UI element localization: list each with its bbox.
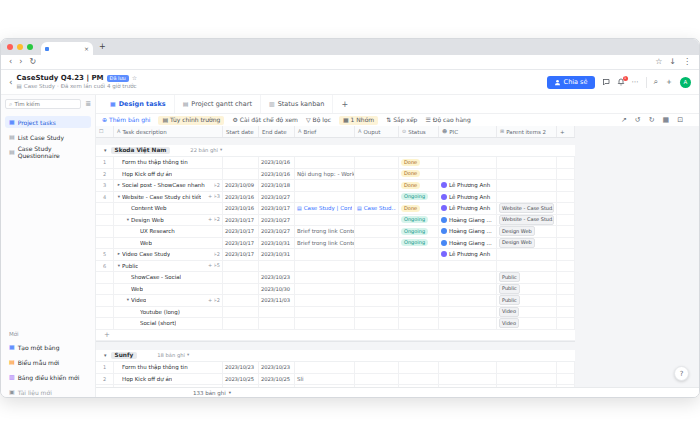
subitem-count[interactable]: ⊦2 bbox=[214, 183, 220, 188]
cell-end-date[interactable]: 2023/10/25 bbox=[259, 374, 295, 385]
cell-brief[interactable] bbox=[295, 295, 355, 306]
doc-link[interactable]: ▤Case Study | Conten... bbox=[297, 205, 352, 211]
cell-end-date[interactable]: 2023/10/16 bbox=[259, 169, 295, 180]
cell-start-date[interactable]: 2023/10/17 bbox=[223, 238, 259, 249]
cell-rownum[interactable] bbox=[96, 215, 114, 226]
cell-rownum[interactable] bbox=[96, 272, 114, 283]
cell-brief[interactable] bbox=[295, 284, 355, 295]
cell-rownum[interactable]: 5 bbox=[96, 249, 114, 260]
add-subitem-icon[interactable]: + bbox=[208, 194, 212, 199]
grid-icon[interactable]: ▦ bbox=[663, 117, 670, 124]
cell-add-column[interactable] bbox=[557, 318, 575, 329]
cell-pic[interactable] bbox=[439, 362, 497, 373]
cell-ouput[interactable] bbox=[355, 169, 399, 180]
cell-parent-item[interactable] bbox=[497, 374, 557, 385]
back-icon[interactable]: ‹ bbox=[9, 58, 12, 66]
column-header-select[interactable]: ☐ bbox=[96, 126, 114, 137]
cell-pic[interactable] bbox=[439, 284, 497, 295]
cell-brief[interactable]: Brief trong link Content... bbox=[295, 238, 355, 249]
cell-parent-item[interactable]: Video bbox=[497, 307, 557, 318]
notifications-bell-icon[interactable]: 1 bbox=[617, 78, 625, 86]
cell-task[interactable]: Họp Kick off dự án bbox=[114, 374, 223, 385]
cell-rownum[interactable] bbox=[96, 238, 114, 249]
cell-rownum[interactable] bbox=[96, 295, 114, 306]
group-header[interactable]: ▾Skoda Việt Nam22 bản ghi ▾ bbox=[96, 145, 575, 157]
cell-ouput[interactable] bbox=[355, 318, 399, 329]
cell-start-date[interactable]: 2023/10/09 bbox=[223, 180, 259, 191]
cell-ouput[interactable] bbox=[355, 307, 399, 318]
cell-status[interactable]: Done bbox=[399, 157, 439, 168]
cell-end-date[interactable]: 2023/10/30 bbox=[259, 284, 295, 295]
cell-pic[interactable]: Hoàng Giang ... bbox=[439, 226, 497, 237]
cell-brief[interactable] bbox=[295, 261, 355, 272]
cell-status[interactable]: Done bbox=[399, 169, 439, 180]
cell-status[interactable] bbox=[399, 295, 439, 306]
cell-add-column[interactable] bbox=[557, 362, 575, 373]
reload-icon[interactable]: ↻ bbox=[29, 58, 36, 66]
cell-status[interactable]: Ongoing bbox=[399, 215, 439, 226]
cell-pic[interactable]: Lê Phương Anh bbox=[439, 249, 497, 260]
cell-status[interactable]: Done bbox=[399, 180, 439, 191]
cell-add-column[interactable] bbox=[557, 169, 575, 180]
cell-end-date[interactable]: 2023/10/17 bbox=[259, 203, 295, 214]
cell-end-date[interactable]: 2023/10/27 bbox=[259, 192, 295, 203]
cell-start-date[interactable]: 2023/10/17 bbox=[223, 249, 259, 260]
maximize-window-button[interactable] bbox=[27, 44, 33, 50]
cell-rownum[interactable] bbox=[96, 203, 114, 214]
cell-task[interactable]: ▾Public+⊦5 bbox=[114, 261, 223, 272]
cell-parent-item[interactable]: Website - Case Stud... bbox=[497, 215, 557, 226]
cell-pic[interactable]: Lê Phương Anh bbox=[439, 180, 497, 191]
new-dashboard-button[interactable]: ▥ Bảng điều khiển mới bbox=[5, 371, 91, 383]
cell-ouput[interactable]: ▤Case Stud... bbox=[355, 203, 399, 214]
subitem-count[interactable]: ⊦2 bbox=[214, 217, 220, 222]
sidebar-item-case-study-questionnaire[interactable]: ▤ Case Study Questionnaire bbox=[5, 146, 91, 158]
cell-end-date[interactable]: 2023/10/23 bbox=[259, 362, 295, 373]
cell-status[interactable]: Done bbox=[399, 203, 439, 214]
cell-pic[interactable]: Hoàng Giang ... bbox=[439, 215, 497, 226]
record-count[interactable]: 133 bản ghi bbox=[193, 390, 226, 396]
cell-ouput[interactable] bbox=[355, 249, 399, 260]
group-button[interactable]: ▦ 1 Nhóm bbox=[339, 116, 378, 125]
cell-status[interactable] bbox=[399, 249, 439, 260]
cell-pic[interactable] bbox=[439, 169, 497, 180]
cell-brief[interactable] bbox=[295, 318, 355, 329]
cell-rownum[interactable] bbox=[96, 307, 114, 318]
cell-start-date[interactable] bbox=[223, 157, 259, 168]
cell-parent-item[interactable] bbox=[497, 192, 557, 203]
cell-ouput[interactable] bbox=[355, 362, 399, 373]
cell-pic[interactable]: Lê Phương Anh bbox=[439, 192, 497, 203]
cell-pic[interactable] bbox=[439, 374, 497, 385]
cell-parent-item[interactable] bbox=[497, 249, 557, 260]
cell-end-date[interactable]: 2023/10/23 bbox=[259, 272, 295, 283]
cell-end-date[interactable] bbox=[259, 261, 295, 272]
cell-ouput[interactable] bbox=[355, 215, 399, 226]
user-avatar[interactable]: A bbox=[680, 77, 691, 88]
global-search-icon[interactable]: ⌕ bbox=[654, 78, 658, 86]
tab-design-tasks[interactable]: ▦ Design tasks bbox=[102, 95, 175, 113]
column-header-status[interactable]: ⊙Status bbox=[399, 126, 439, 137]
cell-task[interactable]: Social (short) bbox=[114, 318, 223, 329]
cell-start-date[interactable] bbox=[223, 272, 259, 283]
new-form-button[interactable]: ▤ Biểu mẫu mới bbox=[5, 356, 91, 368]
close-tab-icon[interactable]: × bbox=[84, 46, 89, 52]
cell-parent-item[interactable]: Video bbox=[497, 318, 557, 329]
cell-add-column[interactable] bbox=[557, 261, 575, 272]
cell-rownum[interactable]: 6 bbox=[96, 261, 114, 272]
cell-ouput[interactable] bbox=[355, 374, 399, 385]
cell-status[interactable] bbox=[399, 261, 439, 272]
cell-end-date[interactable] bbox=[259, 307, 295, 318]
comments-icon[interactable] bbox=[602, 78, 610, 86]
cell-start-date[interactable] bbox=[223, 295, 259, 306]
cell-task[interactable]: Họp Kick off dự án bbox=[114, 169, 223, 180]
cell-end-date[interactable] bbox=[259, 318, 295, 329]
cell-task[interactable]: ▾Design Web+⊦2 bbox=[114, 215, 223, 226]
cell-task[interactable]: Form thu thập thông tin bbox=[114, 157, 223, 168]
cell-rownum[interactable] bbox=[96, 284, 114, 295]
subitem-count[interactable]: ⊦5 bbox=[214, 263, 220, 268]
cell-task[interactable]: Youtube (long) bbox=[114, 307, 223, 318]
cell-start-date[interactable]: 2023/10/16 bbox=[223, 203, 259, 214]
bookmark-icon[interactable]: ☆ bbox=[655, 58, 662, 66]
cell-brief[interactable] bbox=[295, 249, 355, 260]
tab-status-kanban[interactable]: ▥ Status kanban bbox=[261, 95, 333, 113]
column-header-add[interactable]: + bbox=[557, 126, 575, 137]
